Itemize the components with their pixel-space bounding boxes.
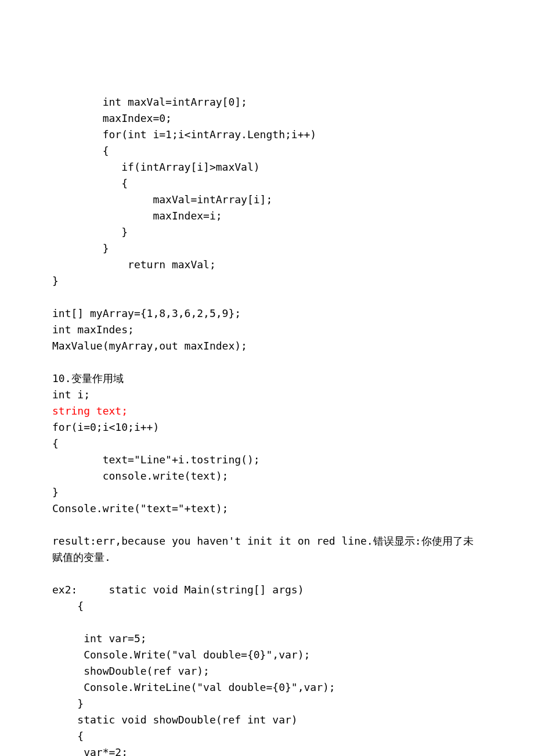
code-line: for(int i=1;i<intArray.Length;i++) <box>52 127 482 143</box>
code-line: Console.WriteLine("val double={0}",var); <box>52 679 482 696</box>
code-line: { <box>52 175 482 192</box>
code-line: int maxIndes; <box>52 322 482 338</box>
code-line: } <box>52 273 482 289</box>
code-line: 赋值的变量. <box>52 549 482 566</box>
code-line: { <box>52 143 482 159</box>
code-document: int maxVal=intArray[0]; maxIndex=0; for(… <box>52 94 482 756</box>
code-line: int i; <box>52 387 482 403</box>
code-line: ex2: static void Main(string[] args) <box>52 582 482 598</box>
code-line: return maxVal; <box>52 257 482 273</box>
code-line <box>52 289 482 305</box>
code-line: 10.变量作用域 <box>52 370 482 387</box>
code-line: Console.write("text="+text); <box>52 501 482 517</box>
code-line: string text; <box>52 403 482 419</box>
code-line <box>52 354 482 370</box>
code-line: showDouble(ref var); <box>52 663 482 679</box>
code-line: result:err,because you haven't init it o… <box>52 533 482 549</box>
code-line <box>52 614 482 631</box>
code-line: text="Line"+i.tostring(); <box>52 452 482 468</box>
code-line: for(i=0;i<10;i++) <box>52 419 482 435</box>
code-line: maxIndex=0; <box>52 110 482 127</box>
code-line: { <box>52 435 482 452</box>
code-line: int[] myArray={1,8,3,6,2,5,9}; <box>52 305 482 322</box>
code-line: MaxValue(myArray,out maxIndex); <box>52 338 482 354</box>
code-line <box>52 566 482 582</box>
code-line: maxVal=intArray[i]; <box>52 192 482 208</box>
code-line <box>52 517 482 533</box>
code-line: var*=2; <box>52 744 482 756</box>
code-line: int var=5; <box>52 631 482 647</box>
code-line: if(intArray[i]>maxVal) <box>52 159 482 175</box>
code-line: { <box>52 728 482 744</box>
code-line: } <box>52 240 482 257</box>
code-line: } <box>52 696 482 712</box>
code-line: { <box>52 598 482 614</box>
code-line: maxIndex=i; <box>52 208 482 224</box>
code-line: } <box>52 484 482 501</box>
code-line: Console.Write("val double={0}",var); <box>52 647 482 663</box>
code-line: } <box>52 224 482 240</box>
code-line: int maxVal=intArray[0]; <box>52 94 482 110</box>
code-line: console.write(text); <box>52 468 482 484</box>
code-line: static void showDouble(ref int var) <box>52 712 482 728</box>
